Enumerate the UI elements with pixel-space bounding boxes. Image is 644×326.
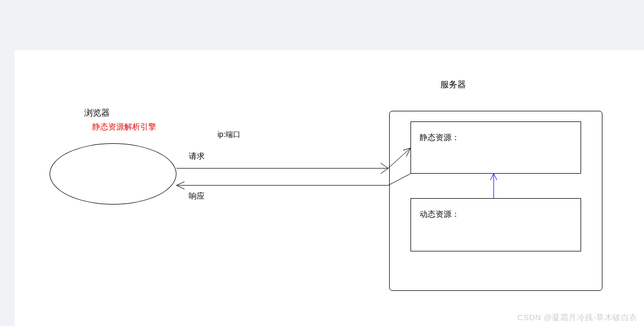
static-resource-box: 静态资源： xyxy=(410,121,581,174)
ip-port-label: ip:端口 xyxy=(218,130,240,140)
diagram-canvas: 浏览器 静态资源解析引擎 ip:端口 请求 响应 服务器 静态资源： 动态资源： xyxy=(15,50,644,326)
engine-label: 静态资源解析引擎 xyxy=(92,122,156,132)
request-label: 请求 xyxy=(189,151,205,161)
dynamic-resource-box: 动态资源： xyxy=(410,198,581,251)
dynamic-resource-label: 动态资源： xyxy=(420,209,460,219)
browser-label: 浏览器 xyxy=(84,108,110,119)
static-resource-label: 静态资源： xyxy=(420,133,460,143)
server-label: 服务器 xyxy=(440,79,466,91)
response-label: 响应 xyxy=(189,191,205,201)
browser-ellipse xyxy=(50,143,176,205)
watermark: CSDN @凝霜月冷残-草木破白衣 xyxy=(518,313,638,323)
